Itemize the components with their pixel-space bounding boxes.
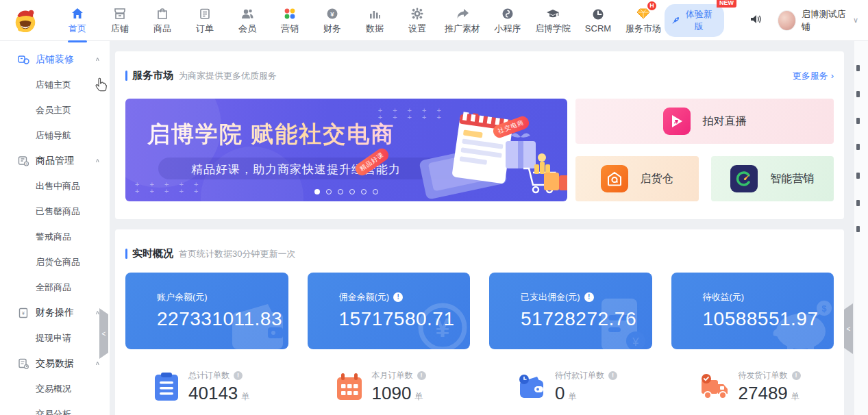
carousel-dot[interactable] bbox=[314, 189, 320, 194]
svg-text:¥: ¥ bbox=[632, 336, 639, 349]
realtime-overview-panel: 实时概况 首页统计数据30分钟更新一次 账户余额(元) 227331011.83… bbox=[115, 229, 844, 415]
unpaid-orders-value: 0 bbox=[555, 383, 565, 403]
pending-income-card[interactable]: 待收益(元) 10588551.97 $ bbox=[671, 273, 834, 349]
info-icon[interactable]: ! bbox=[608, 371, 617, 380]
nav-item-products[interactable]: 商品 bbox=[144, 0, 181, 40]
sidebar-item-shop-navigation[interactable]: 店铺导航 bbox=[0, 123, 110, 148]
nav-item-scrm[interactable]: SCRM bbox=[580, 0, 617, 40]
chevron-up-icon: ∧ bbox=[95, 310, 100, 316]
sidebar-item-withdrawal-request[interactable]: 提现申请 bbox=[0, 325, 110, 351]
paid-commission-card[interactable]: 已支出佣金(元) ! 51728272.76 ¥ bbox=[489, 273, 652, 349]
sidebar-item-all-products[interactable]: 全部商品 bbox=[0, 275, 110, 300]
academy-banner[interactable]: + + + + + + + + + + + + + + + + + + + + … bbox=[125, 99, 567, 201]
carousel-dot[interactable] bbox=[361, 189, 367, 194]
chevron-up-icon: ∧ bbox=[95, 360, 100, 366]
balance-cards: 账户余额(元) 227331011.83 佣金余额(元) ! 15717580.… bbox=[125, 273, 834, 349]
svg-text:¥: ¥ bbox=[330, 10, 334, 17]
more-services-link[interactable]: 更多服务 › bbox=[793, 70, 834, 82]
wallet-ghost-icon bbox=[228, 303, 287, 349]
commission-balance-card[interactable]: 佣金余额(元) ! 15717580.71 ¥ bbox=[308, 273, 471, 349]
section-accent-bar bbox=[125, 71, 127, 81]
clipped-right-panel bbox=[854, 41, 868, 415]
top-navigation: 首页 店铺 商品 订单 会员 bbox=[0, 0, 868, 41]
nav-item-finance[interactable]: ¥ 财务 bbox=[314, 0, 351, 40]
info-icon[interactable]: ! bbox=[393, 292, 403, 302]
chevron-up-icon: ∧ bbox=[95, 56, 100, 62]
unpaid-orders-stat: 待付款订单数! 0单 bbox=[489, 370, 652, 404]
clipped-text-fragment bbox=[856, 173, 860, 179]
shop-name[interactable]: 启博测试店铺 bbox=[802, 8, 849, 33]
nav-item-service-market[interactable]: H 服务市场 bbox=[622, 0, 665, 40]
info-icon[interactable]: ! bbox=[417, 371, 426, 380]
section-title: 实时概况 bbox=[132, 247, 173, 260]
sidebar-item-transaction-overview[interactable]: 交易概况 bbox=[0, 376, 110, 401]
sidebar-item-warehouse-products[interactable]: 启货仓商品 bbox=[0, 249, 110, 275]
sidebar-group-transaction-data[interactable]: 交易数据 ∧ bbox=[0, 351, 110, 376]
carousel-dot[interactable] bbox=[338, 189, 343, 194]
data-doc-icon bbox=[18, 358, 30, 369]
chevron-up-icon: ∧ bbox=[95, 158, 100, 164]
section-subtitle: 为商家提供更多优质服务 bbox=[179, 70, 277, 82]
clipboard-icon bbox=[199, 6, 211, 20]
bag-icon bbox=[156, 6, 169, 20]
sidebar-item-shop-homepage[interactable]: 店铺主页 bbox=[0, 72, 110, 97]
clipped-text-fragment bbox=[856, 200, 860, 206]
info-icon[interactable]: ! bbox=[234, 371, 243, 380]
banner-illustration bbox=[403, 99, 567, 201]
rocket-icon bbox=[671, 16, 680, 25]
service-card-warehouse[interactable]: 启货仓 bbox=[575, 156, 699, 201]
nav-item-members[interactable]: 会员 bbox=[229, 0, 266, 40]
sidebar-item-alert-products[interactable]: 警戒商品 bbox=[0, 224, 110, 249]
nav-right-area: 体验新版 NEW 启博测试店铺 ∨ bbox=[665, 4, 868, 37]
nav-item-home[interactable]: 首页 bbox=[59, 0, 96, 40]
service-card-live[interactable]: 拍对直播 bbox=[575, 99, 834, 144]
nav-item-academy[interactable]: 启博学院 bbox=[532, 0, 574, 40]
nav-item-orders[interactable]: 订单 bbox=[186, 0, 223, 40]
try-new-version-button[interactable]: 体验新版 NEW bbox=[665, 4, 724, 37]
unshipped-orders-stat: 待发货订单数! 27489单 bbox=[671, 370, 834, 404]
speaker-icon[interactable] bbox=[749, 12, 762, 29]
banner-title: 启博学院 赋能社交电商 bbox=[147, 119, 395, 150]
qibo-logo bbox=[12, 8, 38, 34]
nav-item-shop[interactable]: 店铺 bbox=[101, 0, 138, 40]
piggy-bank-ghost-icon: $ bbox=[767, 299, 832, 349]
calendar-icon bbox=[336, 373, 362, 401]
sidebar-item-sold-out-products[interactable]: 已售罄商品 bbox=[0, 199, 110, 224]
clock-pie-icon bbox=[592, 7, 604, 21]
info-icon[interactable]: ! bbox=[792, 371, 801, 380]
nav-item-promo-material[interactable]: 推广素材 bbox=[441, 0, 484, 40]
total-orders-value: 40143 bbox=[188, 383, 238, 403]
nav-item-marketing[interactable]: 营销 bbox=[271, 0, 308, 40]
avatar[interactable] bbox=[778, 10, 796, 31]
nav-item-data[interactable]: 数据 bbox=[356, 0, 393, 40]
sidebar-collapse-handle[interactable]: < bbox=[99, 308, 108, 359]
sidebar-group-finance-operations[interactable]: ¥ 财务操作 ∧ bbox=[0, 300, 110, 325]
carousel-dot[interactable] bbox=[373, 189, 378, 194]
nav-item-settings[interactable]: 设置 bbox=[399, 0, 436, 40]
svg-text:¥: ¥ bbox=[435, 314, 449, 342]
right-panel-collapse-handle[interactable]: < bbox=[844, 303, 853, 354]
hot-badge: H bbox=[647, 1, 656, 10]
nav-list: 首页 店铺 商品 订单 会员 bbox=[59, 0, 665, 40]
service-card-smart-marketing[interactable]: 智能营销 bbox=[711, 156, 834, 201]
order-stats-row: 总计订单数! 40143单 本月订单数! 1090单 待付款订单数! 0单 bbox=[125, 370, 834, 404]
service-cards: 拍对直播 启货仓 智能营销 bbox=[575, 99, 834, 201]
sidebar-item-member-homepage[interactable]: 会员主页 bbox=[0, 97, 110, 123]
sidebar-group-shop-decoration[interactable]: 店铺装修 ∧ bbox=[0, 47, 110, 72]
sidebar-group-product-management[interactable]: ¥ 商品管理 ∧ bbox=[0, 148, 110, 173]
carousel-dot[interactable] bbox=[349, 189, 355, 194]
carousel-dot[interactable] bbox=[326, 189, 332, 194]
chevron-down-icon[interactable]: ∨ bbox=[853, 16, 858, 25]
nav-item-miniprogram[interactable]: 小程序 bbox=[489, 0, 526, 40]
clipped-text-fragment bbox=[856, 226, 860, 232]
product-box-icon: ¥ bbox=[18, 155, 30, 166]
wallet-clock-icon bbox=[518, 373, 545, 401]
storefront-icon bbox=[114, 6, 126, 20]
sidebar-item-on-sale-products[interactable]: 出售中商品 bbox=[0, 173, 110, 199]
account-balance-card[interactable]: 账户余额(元) 227331011.83 bbox=[125, 273, 288, 349]
sidebar-item-transaction-analysis[interactable]: 交易分析 bbox=[0, 401, 110, 415]
month-orders-value: 1090 bbox=[372, 383, 412, 403]
month-orders-stat: 本月订单数! 1090单 bbox=[308, 370, 471, 404]
clipped-text-fragment bbox=[856, 118, 860, 124]
svg-text:$: $ bbox=[821, 303, 827, 314]
